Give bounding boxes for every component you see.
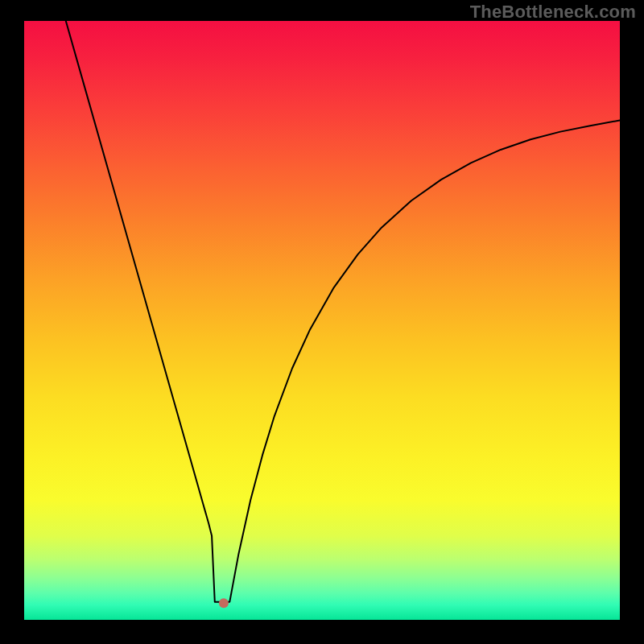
bottleneck-chart bbox=[24, 21, 620, 620]
chart-frame: TheBottleneck.com bbox=[0, 0, 644, 644]
plot-background bbox=[24, 21, 620, 620]
minimum-marker bbox=[219, 598, 229, 608]
watermark-text: TheBottleneck.com bbox=[470, 2, 636, 23]
